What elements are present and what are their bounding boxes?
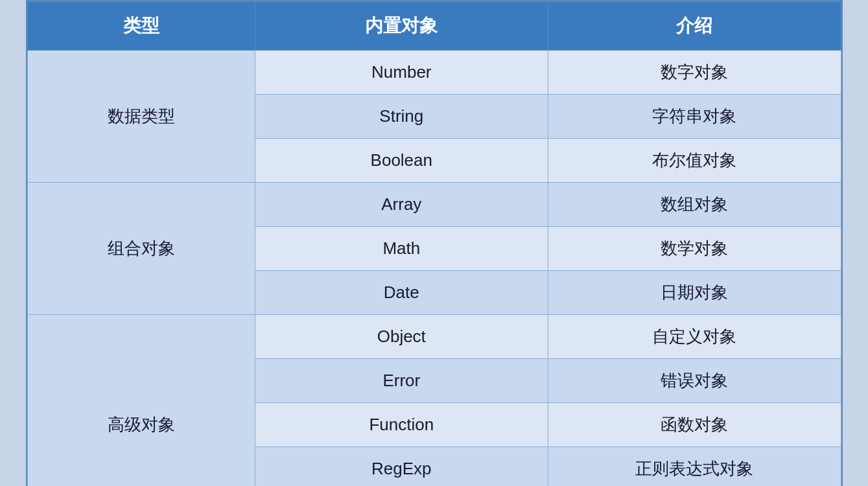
description-cell: 数学对象 (548, 227, 841, 271)
description-cell: 布尔值对象 (548, 139, 841, 183)
description-cell: 数组对象 (548, 183, 841, 227)
header-builtin: 内置对象 (255, 2, 548, 51)
object-cell: Function (255, 403, 548, 447)
description-cell: 字符串对象 (548, 95, 841, 139)
description-cell: 函数对象 (548, 403, 841, 447)
table-row: 组合对象Array数组对象 (27, 183, 841, 227)
header-desc: 介绍 (548, 2, 841, 51)
object-cell: Boolean (255, 139, 548, 183)
object-cell: Array (255, 183, 548, 227)
description-cell: 正则表达式对象 (548, 447, 841, 487)
category-cell: 组合对象 (27, 183, 255, 315)
object-cell: Object (255, 315, 548, 359)
main-table-wrapper: 类型 内置对象 介绍 数据类型Number数字对象String字符串对象Bool… (26, 0, 843, 486)
object-cell: Number (255, 51, 548, 95)
table-row: 高级对象Object自定义对象 (27, 315, 841, 359)
object-cell: Error (255, 359, 548, 403)
object-cell: Date (255, 271, 548, 315)
description-cell: 自定义对象 (548, 315, 841, 359)
table-header-row: 类型 内置对象 介绍 (27, 2, 841, 51)
header-type: 类型 (27, 2, 255, 51)
object-cell: Math (255, 227, 548, 271)
category-cell: 数据类型 (27, 51, 255, 183)
object-cell: RegExp (255, 447, 548, 487)
description-cell: 日期对象 (548, 271, 841, 315)
builtin-objects-table: 类型 内置对象 介绍 数据类型Number数字对象String字符串对象Bool… (27, 1, 841, 486)
table-row: 数据类型Number数字对象 (27, 51, 841, 95)
category-cell: 高级对象 (27, 315, 255, 487)
description-cell: 错误对象 (548, 359, 841, 403)
description-cell: 数字对象 (548, 51, 841, 95)
object-cell: String (255, 95, 548, 139)
